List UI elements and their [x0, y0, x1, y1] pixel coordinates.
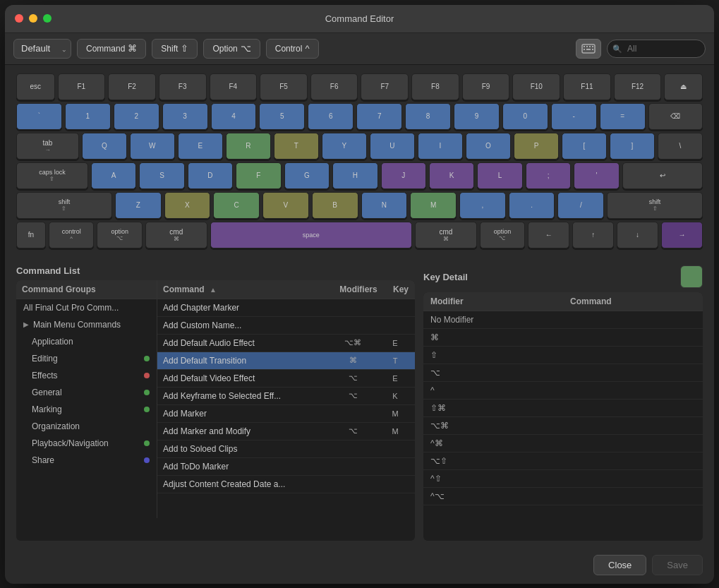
key-s[interactable]: S	[139, 162, 184, 189]
kd-row-option-cmd[interactable]: ⌥⌘	[423, 417, 703, 435]
key-down[interactable]: ↓	[617, 222, 658, 248]
search-input[interactable]	[607, 40, 706, 58]
kd-row-option-shift[interactable]: ⌥⇧	[423, 452, 703, 470]
command-row-chapter-marker[interactable]: Add Chapter Marker	[157, 299, 415, 317]
key-x[interactable]: X	[164, 192, 211, 219]
command-row-keyframe[interactable]: Add Keyframe to Selected Eff... ⌥ K	[157, 388, 415, 405]
key-rbracket[interactable]: ]	[610, 133, 655, 160]
key-8[interactable]: 8	[405, 103, 451, 130]
kd-row-shift[interactable]: ⇧	[423, 347, 703, 364]
key-l[interactable]: L	[477, 162, 522, 189]
kd-row-no-modifier[interactable]: No Modifier	[423, 311, 703, 329]
control-modifier-button[interactable]: Control ^	[266, 39, 319, 59]
key-f11[interactable]: F11	[563, 73, 611, 100]
key-backtick[interactable]: `	[16, 103, 62, 130]
key-control[interactable]: control^	[49, 222, 95, 248]
group-item-playback[interactable]: Playback/Navigation	[16, 435, 157, 452]
key-f8[interactable]: F8	[411, 73, 459, 100]
key-eject[interactable]: ⏏	[664, 73, 703, 100]
key-n[interactable]: N	[361, 192, 408, 219]
key-1[interactable]: 1	[65, 103, 111, 130]
key-g[interactable]: G	[284, 162, 330, 189]
key-5[interactable]: 5	[259, 103, 305, 130]
command-row-default-audio-effect[interactable]: Add Default Audio Effect ⌥⌘ E	[157, 335, 415, 352]
key-cmd-left[interactable]: cmd⌘	[145, 222, 207, 248]
key-h[interactable]: H	[332, 162, 377, 189]
key-option-right[interactable]: option⌥	[480, 222, 526, 248]
key-t[interactable]: T	[274, 133, 319, 160]
key-f3[interactable]: F3	[159, 73, 207, 100]
kd-row-control-shift[interactable]: ^⇧	[423, 470, 703, 488]
key-lbracket[interactable]: [	[562, 133, 607, 160]
shift-modifier-button[interactable]: Shift ⇧	[152, 39, 198, 59]
preset-dropdown[interactable]: Default	[13, 39, 71, 59]
key-o[interactable]: O	[466, 133, 511, 160]
key-d[interactable]: D	[188, 162, 233, 189]
command-row-custom-name[interactable]: Add Custom Name...	[157, 317, 415, 335]
key-capslock[interactable]: caps lock⇪	[16, 162, 88, 189]
kd-row-control[interactable]: ^	[423, 382, 703, 400]
key-backslash[interactable]: \	[658, 133, 703, 160]
key-backspace[interactable]: ⌫	[648, 103, 703, 130]
key-right[interactable]: →	[661, 222, 703, 248]
group-item-editing[interactable]: Editing	[16, 350, 157, 367]
key-z[interactable]: Z	[115, 192, 162, 219]
key-a[interactable]: A	[91, 162, 136, 189]
key-tab[interactable]: tab→	[16, 133, 79, 160]
key-9[interactable]: 9	[454, 103, 500, 130]
key-e[interactable]: E	[178, 133, 223, 160]
close-window-button[interactable]	[15, 14, 23, 23]
key-r[interactable]: R	[226, 133, 271, 160]
group-item-marking[interactable]: Marking	[16, 401, 157, 418]
command-row-default-transition[interactable]: Add Default Transition ⌘ T	[157, 352, 415, 370]
option-modifier-button[interactable]: Option ⌥	[203, 39, 260, 59]
kd-row-cmd[interactable]: ⌘	[423, 329, 703, 347]
command-row-adjust-content[interactable]: Adjust Content Created Date a...	[157, 476, 415, 493]
save-button[interactable]: Save	[652, 555, 703, 575]
key-return[interactable]: ↩	[622, 162, 703, 189]
key-f5[interactable]: F5	[260, 73, 308, 100]
key-i[interactable]: I	[418, 133, 463, 160]
key-esc[interactable]: esc	[16, 73, 55, 100]
key-f9[interactable]: F9	[462, 73, 510, 100]
command-row-soloed-clips[interactable]: Add to Soloed Clips	[157, 440, 415, 458]
key-shift-left[interactable]: shift⇧	[16, 192, 112, 219]
key-v[interactable]: V	[262, 192, 309, 219]
command-row-default-video-effect[interactable]: Add Default Video Effect ⌥ E	[157, 370, 415, 388]
group-item-all[interactable]: All Final Cut Pro Comm...	[16, 299, 157, 316]
group-item-organization[interactable]: Organization	[16, 418, 157, 435]
key-p[interactable]: P	[514, 133, 559, 160]
key-equals[interactable]: =	[600, 103, 646, 130]
key-f[interactable]: F	[236, 162, 281, 189]
key-6[interactable]: 6	[308, 103, 354, 130]
command-row-todo-marker[interactable]: Add ToDo Marker	[157, 458, 415, 476]
maximize-window-button[interactable]	[43, 14, 52, 23]
key-b[interactable]: B	[312, 192, 358, 219]
command-modifier-button[interactable]: Command ⌘	[77, 39, 146, 59]
key-k[interactable]: K	[429, 162, 474, 189]
key-quote[interactable]: '	[574, 162, 619, 189]
key-f1[interactable]: F1	[58, 73, 106, 100]
group-item-general[interactable]: General	[16, 384, 157, 401]
key-4[interactable]: 4	[211, 103, 257, 130]
kd-row-option[interactable]: ⌥	[423, 364, 703, 382]
key-comma[interactable]: ,	[459, 192, 506, 219]
key-slash[interactable]: /	[557, 192, 604, 219]
key-fn[interactable]: fn	[16, 222, 46, 248]
key-up[interactable]: ↑	[572, 222, 614, 248]
key-3[interactable]: 3	[162, 103, 208, 130]
group-item-application[interactable]: Application	[16, 333, 157, 350]
key-shift-right[interactable]: shift⇧	[607, 192, 703, 219]
key-f6[interactable]: F6	[310, 73, 358, 100]
key-2[interactable]: 2	[114, 103, 159, 130]
key-q[interactable]: Q	[82, 133, 127, 160]
key-7[interactable]: 7	[356, 103, 402, 130]
keyboard-icon-button[interactable]	[576, 39, 601, 59]
minimize-window-button[interactable]	[29, 14, 37, 23]
key-semicolon[interactable]: ;	[526, 162, 571, 189]
key-0[interactable]: 0	[502, 103, 548, 130]
key-f12[interactable]: F12	[614, 73, 662, 100]
key-u[interactable]: U	[370, 133, 415, 160]
key-f10[interactable]: F10	[512, 73, 560, 100]
kd-row-control-option[interactable]: ^⌥	[423, 488, 703, 505]
